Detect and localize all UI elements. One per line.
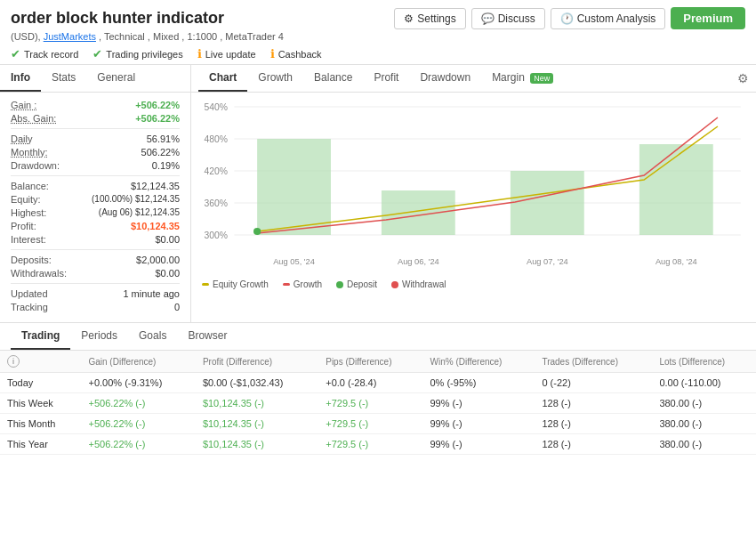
row-profit-0: $0.00 (-$1,032.43) (196, 373, 318, 393)
row-label-2: This Month (0, 414, 81, 434)
row-lots-2: 380.00 (-) (652, 414, 756, 434)
trading-table: i Gain (Difference) Profit (Difference) … (0, 351, 756, 455)
row-trades-0: 0 (-22) (535, 373, 652, 393)
chart-svg: 540% 480% 420% 360% 300% (202, 100, 745, 273)
updated-value: 1 minute ago (123, 288, 180, 299)
warn-icon-1: ℹ (197, 47, 202, 61)
svg-text:540%: 540% (205, 102, 228, 112)
filter-icon[interactable]: ⚙ (737, 71, 749, 85)
col-header-gain: Gain (Difference) (81, 351, 195, 373)
deposit-legend-dot (336, 281, 343, 288)
table-row: This Month +506.22% (-) $10,124.35 (-) +… (0, 414, 756, 434)
legend-growth: Growth (283, 279, 322, 289)
bar-aug06 (382, 190, 455, 235)
deposits-value: $2,000.00 (136, 255, 180, 265)
daily-value: 56.91% (147, 134, 180, 144)
page-title: order block hunter indicator (11, 9, 224, 28)
bottom-tabs: Trading Periods Goals Browser (0, 323, 756, 351)
withdrawal-legend-dot (391, 281, 398, 288)
legend-equity-growth: Equity Growth (202, 279, 269, 289)
row-win-3: 99% (-) (423, 434, 535, 455)
chart-legend: Equity Growth Growth Deposit Withdrawal (202, 279, 745, 289)
row-pips-1: +729.5 (-) (318, 393, 422, 414)
row-gain-3: +506.22% (-) (81, 434, 195, 455)
chart-tab-drawdown[interactable]: Drawdown (409, 65, 481, 92)
row-trades-3: 128 (-) (535, 434, 652, 455)
withdrawals-label: Withdrawals: (11, 268, 67, 279)
bottom-tab-trading[interactable]: Trading (11, 323, 70, 350)
chart-tab-growth[interactable]: Growth (247, 65, 303, 92)
info-icon[interactable]: i (7, 355, 20, 368)
col-header-info: i (0, 351, 81, 373)
tab-general[interactable]: General (86, 65, 146, 92)
warn-icon-2: ℹ (270, 47, 275, 61)
page: order block hunter indicator ⚙ Settings … (0, 0, 756, 534)
row-trades-2: 128 (-) (535, 414, 652, 434)
row-label-1: This Week (0, 393, 81, 414)
table-row: Today +0.00% (-9.31%) $0.00 (-$1,032.43)… (0, 373, 756, 393)
interest-label: Interest: (11, 234, 46, 245)
bottom-tab-goals[interactable]: Goals (128, 323, 177, 350)
row-label-3: This Year (0, 434, 81, 455)
svg-text:420%: 420% (205, 166, 228, 176)
chart-tabs: Chart Growth Balance Profit Drawdown Mar… (191, 65, 756, 93)
custom-analysis-button[interactable]: 🕐 Custom Analysis (551, 8, 666, 29)
bottom-tab-browser[interactable]: Browser (177, 323, 237, 350)
row-win-2: 99% (-) (423, 414, 535, 434)
daily-label: Daily (11, 134, 32, 144)
row-trades-1: 128 (-) (535, 393, 652, 414)
track-record-badge: ✔ Track record (11, 47, 78, 61)
live-update-badge: ℹ Live update (197, 47, 256, 61)
gear-icon: ⚙ (404, 12, 414, 25)
svg-text:480%: 480% (205, 134, 228, 144)
new-badge: New (530, 73, 553, 84)
highest-label: Highest: (11, 207, 46, 218)
row-win-0: 0% (-95%) (423, 373, 535, 393)
bottom-tab-periods[interactable]: Periods (70, 323, 128, 350)
row-lots-1: 380.00 (-) (652, 393, 756, 414)
settings-button[interactable]: ⚙ Settings (394, 8, 465, 29)
left-panel: Info Stats General Gain : +506.22% Abs. … (0, 65, 191, 322)
svg-text:Aug 05, '24: Aug 05, '24 (273, 257, 315, 266)
row-gain-2: +506.22% (-) (81, 414, 195, 434)
chart-tab-profit[interactable]: Profit (363, 65, 409, 92)
row-label-0: Today (0, 373, 81, 393)
check-icon-2: ✔ (92, 47, 102, 61)
drawdown-value: 0.19% (152, 160, 180, 171)
header: order block hunter indicator ⚙ Settings … (0, 0, 756, 65)
chart-tab-balance[interactable]: Balance (303, 65, 363, 92)
tab-stats[interactable]: Stats (41, 65, 86, 92)
monthly-value: 506.22% (141, 147, 180, 158)
badges-row: ✔ Track record ✔ Trading privileges ℹ Li… (11, 47, 745, 61)
withdrawals-value: $0.00 (155, 268, 180, 279)
clock-icon: 🕐 (560, 12, 574, 25)
premium-button[interactable]: Premium (671, 7, 745, 29)
col-header-trades: Trades (Difference) (535, 351, 652, 373)
trading-privileges-badge: ✔ Trading privileges (92, 47, 182, 61)
interest-value: $0.00 (155, 234, 180, 245)
growth-legend-dot (283, 283, 290, 286)
justmarkets-link[interactable]: JustMarkets (44, 31, 96, 42)
tracking-label: Tracking (11, 302, 48, 312)
cashback-badge: ℹ Cashback (270, 47, 322, 61)
discuss-button[interactable]: 💬 Discuss (471, 8, 545, 29)
equity-label: Equity: (11, 194, 41, 205)
tab-info[interactable]: Info (0, 65, 41, 92)
left-tabs: Info Stats General (0, 65, 190, 93)
comment-icon: 💬 (481, 12, 495, 25)
chart-tab-margin[interactable]: Margin New (481, 65, 564, 92)
updated-label: Updated (11, 288, 48, 299)
abs-gain-label: Abs. Gain: (11, 113, 56, 124)
row-lots-0: 0.00 (-110.00) (652, 373, 756, 393)
row-pips-2: +729.5 (-) (318, 414, 422, 434)
subtitle: (USD), JustMarkets , Technical , Mixed ,… (11, 31, 745, 42)
row-win-1: 99% (-) (423, 393, 535, 414)
svg-text:Aug 08, '24: Aug 08, '24 (655, 257, 697, 266)
row-gain-0: +0.00% (-9.31%) (81, 373, 195, 393)
tracking-value: 0 (174, 302, 180, 312)
row-profit-3: $10,124.35 (-) (196, 434, 318, 455)
row-lots-3: 380.00 (-) (652, 434, 756, 455)
chart-tab-chart[interactable]: Chart (198, 65, 247, 92)
legend-withdrawal: Withdrawal (391, 279, 446, 289)
drawdown-label: Drawdown: (11, 160, 60, 171)
